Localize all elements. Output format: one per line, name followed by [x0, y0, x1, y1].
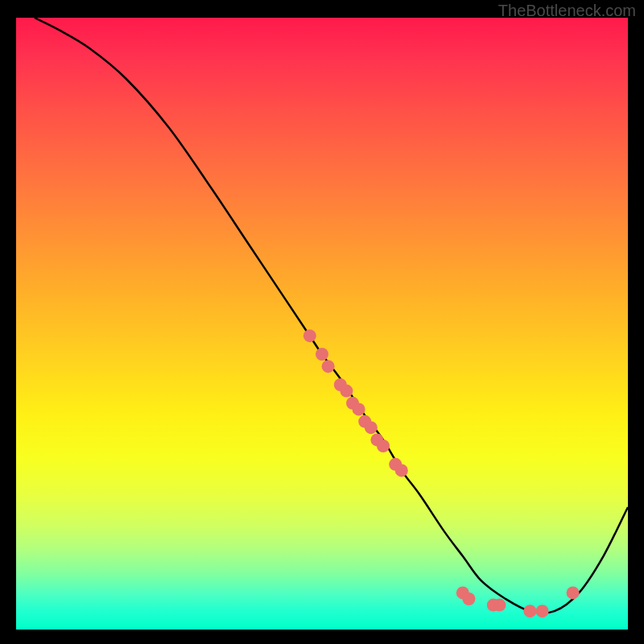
- curve-dot: [462, 592, 475, 605]
- attribution-text: TheBottleneck.com: [498, 2, 636, 20]
- curve-dot: [377, 440, 390, 452]
- chart-plot-area: [16, 18, 628, 630]
- curve-dot: [567, 586, 580, 599]
- curve-dot: [316, 348, 328, 361]
- curve-dot: [365, 421, 378, 434]
- curve-dots-group: [303, 329, 580, 617]
- bottleneck-curve: [35, 18, 628, 613]
- curve-dot: [523, 605, 536, 617]
- curve-dot: [353, 402, 365, 415]
- curve-dot: [395, 464, 408, 477]
- curve-dot: [536, 605, 549, 617]
- curve-dot: [340, 385, 353, 398]
- curve-dot: [303, 329, 316, 342]
- curve-dot: [322, 360, 335, 373]
- curve-dot: [493, 599, 506, 612]
- chart-svg-layer: [16, 18, 628, 630]
